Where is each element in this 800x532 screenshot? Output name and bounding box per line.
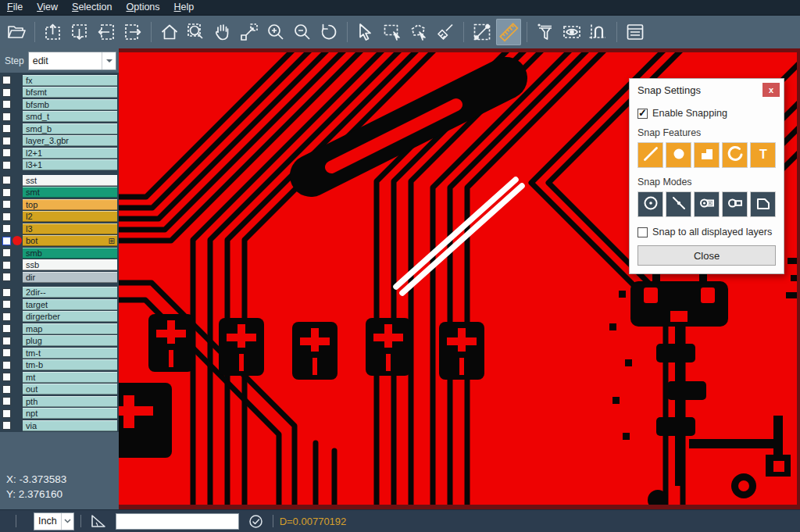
layer-color-bar[interactable]: map ⊞ (23, 323, 117, 334)
layer-color-bar[interactable]: smt ⊞ (23, 187, 117, 198)
view-area-button[interactable] (559, 19, 584, 45)
layer-visibility-checkbox[interactable] (2, 337, 11, 345)
layer-row[interactable]: l3+1 ⊞ (0, 159, 119, 172)
layer-row[interactable]: layer_3.gbr ⊞ (0, 135, 119, 148)
layer-color-bar[interactable]: fx ⊞ (23, 75, 117, 86)
snap-mode-corner-button[interactable] (750, 191, 776, 217)
layer-color-bar[interactable]: smd_t ⊞ (23, 111, 117, 122)
menu-help[interactable]: Help (167, 0, 202, 15)
layer-color-bar[interactable]: npt ⊞ (23, 408, 117, 419)
step-select[interactable]: edit (28, 52, 116, 70)
zoom-in-button[interactable] (263, 19, 288, 45)
layer-visibility-checkbox[interactable] (2, 176, 11, 184)
layer-color-bar[interactable]: pth ⊞ (23, 396, 117, 407)
zoom-previous-button[interactable] (316, 19, 341, 45)
menu-options[interactable]: Options (119, 0, 166, 15)
layer-row[interactable]: target ⊞ (0, 298, 119, 311)
layer-visibility-checkbox[interactable] (2, 312, 11, 321)
layer-visibility-checkbox[interactable] (2, 421, 11, 430)
layer-visibility-checkbox[interactable] (2, 409, 11, 418)
layer-color-bar[interactable]: smd_b ⊞ (23, 123, 117, 134)
snap-all-layers-row[interactable]: Snap to all displayed layers (638, 227, 776, 237)
zoom-out-button[interactable] (290, 19, 315, 45)
layer-color-bar[interactable]: l2 ⊞ (23, 211, 117, 222)
layer-visibility-checkbox[interactable] (2, 76, 11, 84)
layer-color-bar[interactable]: top ⊞ (23, 199, 117, 210)
layer-visibility-checkbox[interactable] (2, 137, 11, 145)
layer-row[interactable]: pth ⊞ (0, 395, 119, 408)
layer-row[interactable]: bot ⊞ (0, 235, 119, 248)
layer-visibility-checkbox[interactable] (2, 385, 11, 394)
layer-visibility-checkbox[interactable] (2, 200, 11, 209)
layer-row[interactable]: ssb ⊞ (0, 259, 119, 272)
layer-row[interactable]: dir ⊞ (0, 271, 119, 284)
layer-visibility-checkbox[interactable] (2, 88, 11, 97)
layer-visibility-checkbox[interactable] (2, 324, 11, 333)
layer-visibility-checkbox[interactable] (2, 288, 11, 297)
import-file-button[interactable] (41, 19, 66, 45)
layer-color-bar[interactable]: l2+1 ⊞ (23, 148, 117, 159)
layer-row[interactable]: mt ⊞ (0, 371, 119, 384)
layer-color-bar[interactable]: via ⊞ (23, 420, 117, 431)
layer-row[interactable]: via ⊞ (0, 420, 119, 432)
layer-visibility-checkbox[interactable] (2, 148, 11, 157)
snap-feature-surface-button[interactable] (694, 142, 720, 168)
move-left-button[interactable] (94, 19, 119, 45)
layer-row[interactable]: map ⊞ (0, 323, 119, 335)
layer-color-bar[interactable]: ssb ⊞ (23, 259, 117, 270)
layer-row[interactable]: npt ⊞ (0, 408, 119, 420)
layer-color-bar[interactable]: l3+1 ⊞ (23, 159, 117, 170)
snap-feature-circle-button[interactable] (666, 142, 691, 168)
transform-button[interactable] (237, 19, 262, 45)
snap-feature-line-button[interactable] (638, 142, 663, 168)
menu-view[interactable]: View (30, 0, 65, 15)
layer-row[interactable]: smb ⊞ (0, 247, 119, 259)
layer-row[interactable]: fx ⊞ (0, 74, 119, 87)
angle-measure-icon[interactable] (91, 514, 106, 528)
select-arrow-button[interactable] (353, 19, 378, 45)
layer-row[interactable]: bfsmb ⊞ (0, 98, 119, 111)
export-file-button[interactable] (67, 19, 92, 45)
sync-check-icon[interactable] (248, 514, 263, 529)
layer-row[interactable]: top ⊞ (0, 198, 119, 211)
unit-select[interactable]: Inch (34, 512, 74, 530)
layer-visibility-checkbox[interactable] (2, 112, 11, 121)
enable-snapping-checkbox[interactable] (638, 109, 648, 119)
layer-color-bar[interactable]: mt ⊞ (23, 372, 117, 383)
layer-row[interactable]: smd_b ⊞ (0, 123, 119, 135)
filter-button[interactable] (533, 19, 558, 45)
layer-visibility-checkbox[interactable] (2, 124, 11, 133)
layer-color-bar[interactable]: dirgerber ⊞ (23, 311, 117, 322)
measure-line-button[interactable] (470, 19, 495, 45)
layer-visibility-checkbox[interactable] (2, 188, 11, 197)
layer-color-bar[interactable]: sst ⊞ (23, 175, 117, 186)
layer-row[interactable]: tm-b ⊞ (0, 359, 119, 372)
close-icon[interactable]: x (762, 83, 780, 97)
enable-snapping-row[interactable]: Enable Snapping (638, 108, 776, 119)
layer-row[interactable]: l2+1 ⊞ (0, 147, 119, 159)
snap-all-layers-checkbox[interactable] (638, 227, 648, 237)
layer-row[interactable]: bfsmt ⊞ (0, 87, 119, 99)
open-folder-button[interactable] (4, 19, 29, 45)
layer-row[interactable]: sst ⊞ (0, 174, 119, 187)
layer-color-bar[interactable]: 2dir-- ⊞ (23, 287, 117, 298)
layer-color-bar[interactable]: out ⊞ (23, 384, 117, 395)
menu-file[interactable]: File (0, 0, 30, 15)
layer-color-bar[interactable]: layer_3.gbr ⊞ (23, 135, 117, 146)
group-select-button[interactable] (406, 19, 431, 45)
layer-row[interactable]: out ⊞ (0, 384, 119, 396)
layer-visibility-checkbox[interactable] (2, 100, 11, 109)
layer-color-bar[interactable]: bfsmt ⊞ (23, 87, 117, 98)
home-button[interactable] (157, 19, 182, 45)
layer-visibility-checkbox[interactable] (2, 237, 11, 245)
layer-visibility-checkbox[interactable] (2, 373, 11, 381)
layer-row[interactable]: dirgerber ⊞ (0, 311, 119, 323)
layer-color-bar[interactable]: dir ⊞ (23, 272, 117, 283)
layer-visibility-checkbox[interactable] (2, 224, 11, 233)
layer-visibility-checkbox[interactable] (2, 361, 11, 370)
layer-color-bar[interactable]: smb ⊞ (23, 248, 117, 259)
layer-row[interactable]: l3 ⊞ (0, 223, 119, 235)
snap-feature-text-button[interactable]: T (750, 142, 776, 168)
layer-row[interactable]: smt ⊞ (0, 187, 119, 199)
zoom-area-button[interactable] (184, 19, 209, 45)
